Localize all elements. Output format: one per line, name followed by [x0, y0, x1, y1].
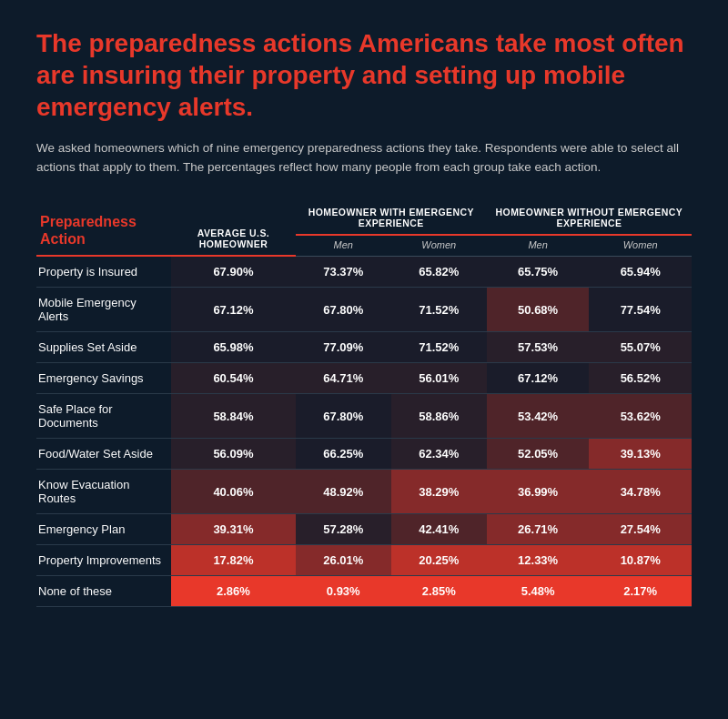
- page-subtext: We asked homeowners which of nine emerge…: [36, 139, 692, 177]
- data-cell: 67.12%: [487, 363, 590, 394]
- data-cell: 42.41%: [391, 514, 487, 545]
- data-cell: 66.25%: [296, 439, 391, 470]
- data-cell: 71.52%: [391, 288, 487, 332]
- data-cell: 77.54%: [589, 288, 692, 332]
- data-cell: 67.12%: [171, 288, 296, 332]
- data-cell: 67.80%: [296, 394, 391, 439]
- col-header-without: HOMEOWNER WITHOUT EMERGENCY EXPERIENCE: [487, 201, 692, 235]
- data-cell: 67.90%: [171, 256, 296, 288]
- action-label: Emergency Savings: [36, 363, 171, 394]
- data-cell: 36.99%: [487, 470, 590, 514]
- table-row: Property is Insured67.90%73.37%65.82%65.…: [36, 256, 692, 288]
- table-row: None of these2.86%0.93%2.85%5.48%2.17%: [36, 576, 692, 607]
- data-cell: 53.62%: [589, 394, 692, 439]
- action-label: Mobile Emergency Alerts: [36, 288, 171, 332]
- table-row: Mobile Emergency Alerts67.12%67.80%71.52…: [36, 288, 692, 332]
- data-cell: 34.78%: [589, 470, 692, 514]
- data-cell: 58.86%: [391, 394, 487, 439]
- data-cell: 65.98%: [171, 332, 296, 363]
- data-cell: 77.09%: [296, 332, 391, 363]
- data-cell: 5.48%: [487, 576, 590, 607]
- data-cell: 58.84%: [171, 394, 296, 439]
- data-cell: 2.86%: [171, 576, 296, 607]
- action-label: Property is Insured: [36, 256, 171, 288]
- action-label: Supplies Set Aside: [36, 332, 171, 363]
- data-cell: 39.13%: [589, 439, 692, 470]
- data-cell: 53.42%: [487, 394, 590, 439]
- action-label: Know Evacuation Routes: [36, 470, 171, 514]
- data-cell: 39.31%: [171, 514, 296, 545]
- data-cell: 2.85%: [391, 576, 487, 607]
- table-row: Emergency Plan39.31%57.28%42.41%26.71%27…: [36, 514, 692, 545]
- data-cell: 57.53%: [487, 332, 590, 363]
- data-cell: 38.29%: [391, 470, 487, 514]
- data-cell: 56.09%: [171, 439, 296, 470]
- data-cell: 60.54%: [171, 363, 296, 394]
- col-header-with: HOMEOWNER WITH EMERGENCY EXPERIENCE: [296, 201, 487, 235]
- action-label: None of these: [36, 576, 171, 607]
- data-cell: 57.28%: [296, 514, 391, 545]
- table-row: Food/Water Set Aside56.09%66.25%62.34%52…: [36, 439, 692, 470]
- data-cell: 10.87%: [589, 545, 692, 576]
- data-cell: 52.05%: [487, 439, 590, 470]
- subheader-with-men: Men: [296, 235, 391, 257]
- data-cell: 40.06%: [171, 470, 296, 514]
- table-row: Property Improvements17.82%26.01%20.25%1…: [36, 545, 692, 576]
- table-row: Know Evacuation Routes40.06%48.92%38.29%…: [36, 470, 692, 514]
- data-cell: 50.68%: [487, 288, 590, 332]
- data-cell: 73.37%: [296, 256, 391, 288]
- data-cell: 2.17%: [589, 576, 692, 607]
- data-cell: 12.33%: [487, 545, 590, 576]
- col-header-avg: AVERAGE U.S. HOMEOWNER: [171, 201, 296, 257]
- page-headline: The preparedness actions Americans take …: [36, 27, 692, 123]
- action-label: Property Improvements: [36, 545, 171, 576]
- data-cell: 65.94%: [589, 256, 692, 288]
- subheader-with-women: Women: [391, 235, 487, 257]
- col-header-action: Preparedness Action: [36, 201, 171, 257]
- data-cell: 26.01%: [296, 545, 391, 576]
- data-cell: 27.54%: [589, 514, 692, 545]
- action-label: Safe Place for Documents: [36, 394, 171, 439]
- data-cell: 64.71%: [296, 363, 391, 394]
- data-cell: 56.01%: [391, 363, 487, 394]
- data-cell: 56.52%: [589, 363, 692, 394]
- data-cell: 65.82%: [391, 256, 487, 288]
- subheader-without-men: Men: [487, 235, 590, 257]
- data-cell: 65.75%: [487, 256, 590, 288]
- data-cell: 67.80%: [296, 288, 391, 332]
- table-row: Safe Place for Documents58.84%67.80%58.8…: [36, 394, 692, 439]
- data-cell: 71.52%: [391, 332, 487, 363]
- action-label: Food/Water Set Aside: [36, 439, 171, 470]
- data-cell: 26.71%: [487, 514, 590, 545]
- data-cell: 20.25%: [391, 545, 487, 576]
- data-cell: 48.92%: [296, 470, 391, 514]
- action-label: Emergency Plan: [36, 514, 171, 545]
- table-row: Emergency Savings60.54%64.71%56.01%67.12…: [36, 363, 692, 394]
- data-cell: 62.34%: [391, 439, 487, 470]
- preparedness-table: Preparedness Action AVERAGE U.S. HOMEOWN…: [36, 201, 692, 608]
- table-row: Supplies Set Aside65.98%77.09%71.52%57.5…: [36, 332, 692, 363]
- data-cell: 55.07%: [589, 332, 692, 363]
- data-cell: 0.93%: [296, 576, 391, 607]
- data-cell: 17.82%: [171, 545, 296, 576]
- subheader-without-women: Women: [589, 235, 692, 257]
